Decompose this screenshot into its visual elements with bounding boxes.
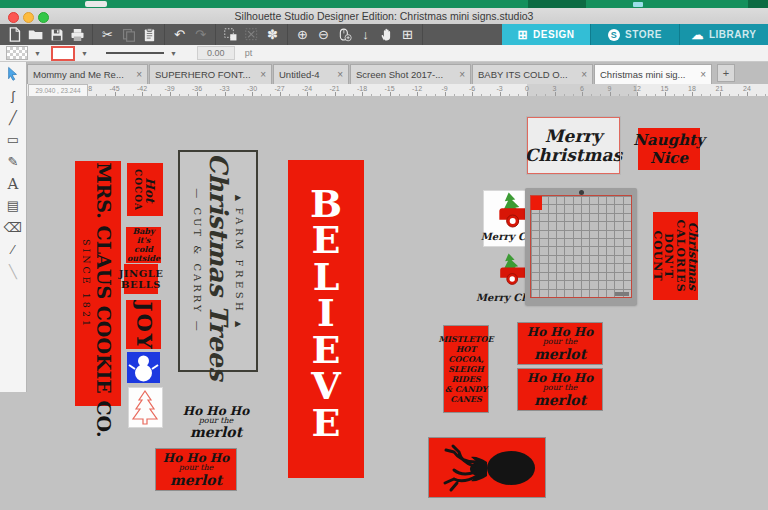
fit-page-button[interactable]: ⊞ [397, 26, 418, 44]
merlot-sign[interactable]: Ho Ho Ho pour the merlot [517, 322, 603, 365]
document-tab[interactable]: Screen Shot 2017-... × [350, 64, 471, 84]
tab-close-icon[interactable]: × [260, 69, 266, 80]
freehand-tool[interactable]: ✎ [3, 152, 23, 171]
joy-sign[interactable]: JOY [126, 300, 161, 349]
design-canvas[interactable]: MRS. CLAUS COOKIE CO. SINCE 1821 Hot COC… [0, 96, 768, 510]
save-button[interactable] [46, 26, 67, 44]
hot-cocoa-sign[interactable]: Hot COCOA [127, 163, 163, 216]
hand-tool-button[interactable] [376, 26, 397, 44]
document-tab[interactable]: SUPERHERO FONT... × [149, 64, 272, 84]
tab-close-icon[interactable]: × [136, 69, 142, 80]
zoom-in-button[interactable]: ⊕ [292, 26, 313, 44]
design-grid-icon: ⊞ [518, 29, 529, 41]
ruler-tick-label: 21 [712, 85, 728, 92]
tab-close-icon[interactable]: × [337, 69, 343, 80]
farm-fresh-line3: — CUT & CARRY — [192, 153, 203, 369]
pan-arrow-icon: ↓ [362, 28, 369, 41]
design-tab-button[interactable]: ⊞ DESIGN [502, 24, 590, 45]
tab-label: BABY ITS COLD O... [478, 69, 577, 80]
select-all-button[interactable] [220, 26, 241, 44]
ruler-tick-label: 3 [547, 85, 563, 92]
nice-line: Nice [650, 149, 688, 167]
mrs-claus-sign[interactable]: MRS. CLAUS COOKIE CO. SINCE 1821 [75, 161, 121, 406]
zoom-out-button[interactable]: ⊖ [313, 26, 334, 44]
bezier-tool[interactable]: ʃ [3, 86, 23, 105]
rectangle-tool[interactable]: ▭ [3, 130, 23, 149]
selection-group: ✽ [216, 24, 288, 45]
mistletoe-sign[interactable]: MISTLETOE HOT COCOA, SLEIGH RIDES & CAND… [443, 325, 489, 413]
library-tab-button[interactable]: ☁ LIBRARY [679, 24, 768, 45]
save-icon [50, 28, 64, 42]
main-toolbar: ✂ ↶ ↷ ✽ ⊕ ⊖ ↓ [0, 24, 768, 45]
document-tab[interactable]: Untitled-4 × [273, 64, 349, 84]
deer-head-sign[interactable] [428, 437, 546, 498]
mistletoe-line4: & CANDY [438, 384, 493, 394]
baby-cold-sign[interactable]: Baby it's cold outside [126, 227, 161, 263]
copy-button[interactable] [118, 26, 139, 44]
trace-button[interactable]: ✽ [262, 26, 283, 44]
farm-fresh-sign[interactable]: ▲ FARM FRESH ▲ Christmas Trees — CUT & C… [178, 150, 258, 372]
naughty-nice-sign[interactable]: Naughty Nice [638, 128, 700, 170]
background-window-element [748, 0, 768, 8]
paste-button[interactable] [139, 26, 160, 44]
knife-icon: ∕ [12, 242, 14, 257]
eyedropper-tool[interactable]: ╲ [3, 262, 23, 281]
baby-cold-line3: outside [126, 254, 161, 263]
calories-sign[interactable]: Christmas CALORIES DON'T COUNT [653, 212, 698, 300]
ruler-tick-label: 9 [602, 85, 618, 92]
mouse-zoom-icon [338, 28, 352, 42]
text-tool[interactable]: A [3, 174, 23, 193]
tree-icon: ▲ [234, 195, 243, 201]
merlot-sign[interactable]: Ho Ho Ho pour the merlot [155, 448, 237, 491]
stroke-color-swatch[interactable] [51, 46, 75, 61]
deselect-button[interactable] [241, 26, 262, 44]
fill-swatch[interactable] [6, 46, 28, 60]
eraser-tool[interactable]: ⌫ [3, 218, 23, 237]
merlot-text-loose[interactable]: Ho Ho Ho pour the merlot [178, 400, 254, 444]
cut-button[interactable]: ✂ [97, 26, 118, 44]
merlot-sign[interactable]: Ho Ho Ho pour the merlot [517, 368, 603, 411]
tree-outline-sign[interactable] [128, 387, 163, 428]
knife-tool[interactable]: ∕ [3, 240, 23, 259]
believe-sign[interactable]: BELIEVE [288, 160, 364, 478]
line-style-dropdown-icon[interactable]: ▼ [170, 50, 177, 57]
merlot-line3: merlot [534, 347, 586, 361]
tab-close-icon[interactable]: × [459, 69, 465, 80]
tab-close-icon[interactable]: × [581, 69, 587, 80]
store-logo-icon: S [608, 29, 620, 41]
open-button[interactable] [25, 26, 46, 44]
document-tab[interactable]: Mommy and Me Re... × [27, 64, 148, 84]
new-tab-button[interactable]: + [717, 64, 735, 82]
paste-icon [143, 28, 156, 42]
note-tool[interactable]: ▤ [3, 196, 23, 215]
fill-dropdown-icon[interactable]: ▼ [34, 50, 41, 57]
tool-palette: ʃ ╱ ▭ ✎ A ▤ ⌫ ∕ ╲ [0, 62, 27, 392]
eyedropper-icon: ╲ [9, 264, 17, 279]
calories-line3: DON'T [663, 213, 675, 299]
stroke-dropdown-icon[interactable]: ▼ [81, 50, 88, 57]
cutting-mat [525, 188, 637, 305]
merry-christmas-framed-sign[interactable]: Merry Christmas [527, 117, 620, 174]
line-tool[interactable]: ╱ [3, 108, 23, 127]
jingle-bells-sign[interactable]: JINGLE BELLS [124, 264, 158, 294]
ruler-tick-label: -15 [382, 85, 398, 92]
undo-button[interactable]: ↶ [169, 26, 190, 44]
snowman-sign[interactable] [127, 352, 160, 383]
document-tab[interactable]: BABY ITS COLD O... × [472, 64, 593, 84]
deselect-icon [245, 28, 259, 42]
redo-button[interactable]: ↷ [190, 26, 211, 44]
new-document-button[interactable] [4, 26, 25, 44]
store-tab-button[interactable]: S STORE [590, 24, 679, 45]
christmas-tree-outline-icon [129, 388, 162, 427]
print-button[interactable] [67, 26, 88, 44]
ruler-tick-label: 15 [657, 85, 673, 92]
line-style-sample[interactable] [106, 52, 164, 54]
stroke-width-input[interactable] [197, 46, 235, 60]
mouse-zoom-button[interactable] [334, 26, 355, 44]
select-tool[interactable] [3, 64, 23, 83]
pan-button[interactable]: ↓ [355, 26, 376, 44]
bezier-icon: ʃ [12, 88, 15, 103]
note-icon: ▤ [7, 198, 19, 213]
tab-close-icon[interactable]: × [700, 69, 706, 80]
document-tab-active[interactable]: Christmas mini sig... × [594, 64, 712, 84]
